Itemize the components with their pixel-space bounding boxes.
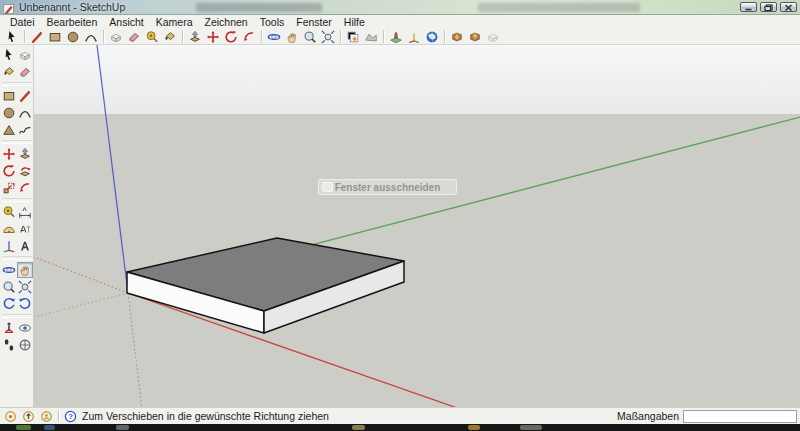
- text-tool-button[interactable]: [17, 221, 33, 237]
- walk-tool-button[interactable]: [1, 337, 17, 353]
- google-earth-tool-button[interactable]: [423, 29, 441, 44]
- offset-tool-button[interactable]: [240, 29, 258, 44]
- claim-credit-status-icon[interactable]: [21, 409, 35, 423]
- slab-model[interactable]: [127, 238, 404, 333]
- select-tool-button[interactable]: [3, 29, 21, 44]
- pan-tool-button[interactable]: [283, 29, 301, 44]
- menu-tools[interactable]: Tools: [254, 15, 291, 29]
- follow-me-tool-button[interactable]: [17, 163, 33, 179]
- tool-palette-separator: [2, 82, 32, 86]
- protractor-tool-button[interactable]: [1, 221, 17, 237]
- blue-axis-solid: [97, 45, 128, 293]
- scale-icon: [4, 183, 14, 193]
- toolbar-group: [387, 29, 441, 44]
- tape-measure-tool-button[interactable]: [1, 204, 17, 220]
- eraser-tool-button[interactable]: [17, 64, 33, 80]
- tape-measure-icon: [147, 31, 157, 41]
- offset-tool-button[interactable]: [17, 180, 33, 196]
- start-orb-icon: [16, 425, 31, 430]
- menu-fenster[interactable]: Fenster: [290, 15, 338, 29]
- zoom-extents-tool-button[interactable]: [319, 29, 337, 44]
- move-tool-button[interactable]: [204, 29, 222, 44]
- make-component-tool-button[interactable]: [107, 29, 125, 44]
- zoom-extents-tool-button[interactable]: [17, 279, 33, 295]
- circle-tool-button[interactable]: [1, 105, 17, 121]
- select-tool-button[interactable]: [1, 47, 17, 63]
- line-tool-button[interactable]: [28, 29, 46, 44]
- make-component-tool-button[interactable]: [17, 47, 33, 63]
- sketchup-logo-icon: [3, 1, 15, 13]
- circle-tool-button[interactable]: [64, 29, 82, 44]
- menu-kamera[interactable]: Kamera: [150, 15, 199, 29]
- toggle-terrain-tool-button[interactable]: [362, 29, 380, 44]
- add-location-tool-button[interactable]: [344, 29, 362, 44]
- look-around-tool-button[interactable]: [17, 320, 33, 336]
- make-component-icon: [112, 34, 121, 41]
- push-pull-tool-button[interactable]: [186, 29, 204, 44]
- blurred-title-text: [196, 3, 322, 12]
- photo-textures-tool-button[interactable]: [387, 29, 405, 44]
- measurements-input[interactable]: [683, 410, 797, 423]
- polygon-tool-button[interactable]: [1, 122, 17, 138]
- help-icon[interactable]: ?: [63, 409, 77, 423]
- toggle-terrain-icon: [366, 33, 377, 40]
- paint-bucket-tool-button[interactable]: [1, 64, 17, 80]
- measurements-label: Maßangaben: [617, 410, 679, 422]
- rectangle-tool-button[interactable]: [1, 88, 17, 104]
- next-tool-button[interactable]: [17, 296, 33, 312]
- axes-tool-button[interactable]: [1, 238, 17, 254]
- close-button[interactable]: [780, 2, 797, 12]
- paint-bucket-tool-button[interactable]: [161, 29, 179, 44]
- scale-tool-button[interactable]: [1, 180, 17, 196]
- model-scene[interactable]: [34, 45, 800, 407]
- rotate-tool-button[interactable]: [1, 163, 17, 179]
- ghost-tooltip-icon: [322, 182, 333, 192]
- zoom-tool-button[interactable]: [301, 29, 319, 44]
- pan-tool-button[interactable]: [17, 262, 33, 278]
- zoom-icon: [305, 32, 315, 42]
- arc-tool-button[interactable]: [17, 105, 33, 121]
- menu-bearbeiten[interactable]: Bearbeiten: [41, 15, 104, 29]
- text-icon: [20, 226, 30, 232]
- menu-ansicht[interactable]: Ansicht: [103, 15, 149, 29]
- arc-tool-button[interactable]: [82, 29, 100, 44]
- offset-icon: [244, 32, 253, 40]
- position-camera-tool-button[interactable]: [1, 320, 17, 336]
- zoom-tool-button[interactable]: [1, 279, 17, 295]
- menu-datei[interactable]: Datei: [4, 15, 41, 29]
- geo-location-status-icon[interactable]: [3, 409, 17, 423]
- move-tool-button[interactable]: [1, 146, 17, 162]
- rotate-tool-button[interactable]: [222, 29, 240, 44]
- menu-hilfe[interactable]: Hilfe: [338, 15, 371, 29]
- taskbar-icon: [352, 425, 365, 430]
- share-component-tool-button[interactable]: [484, 29, 502, 44]
- window-controls: [740, 2, 797, 12]
- arc-icon: [86, 35, 97, 41]
- orbit-tool-button[interactable]: [1, 262, 17, 278]
- toolbar-group: [28, 29, 100, 44]
- eraser-tool-button[interactable]: [125, 29, 143, 44]
- status-icons: [3, 409, 57, 423]
- taskbar-icon: [520, 425, 542, 430]
- model-axes-tool-button[interactable]: [405, 29, 423, 44]
- main-toolbar: [0, 29, 800, 45]
- menu-zeichnen[interactable]: Zeichnen: [199, 15, 254, 29]
- share-models-tool-button[interactable]: [466, 29, 484, 44]
- share-component-icon: [489, 34, 498, 41]
- sign-in-status-icon[interactable]: [39, 409, 53, 423]
- tape-measure-tool-button[interactable]: [143, 29, 161, 44]
- minimize-button[interactable]: [740, 2, 757, 12]
- rectangle-tool-button[interactable]: [46, 29, 64, 44]
- freehand-tool-button[interactable]: [17, 122, 33, 138]
- orbit-tool-button[interactable]: [265, 29, 283, 44]
- 3d-text-tool-button[interactable]: [17, 238, 33, 254]
- get-models-tool-button[interactable]: [448, 29, 466, 44]
- modeling-viewport[interactable]: Fenster ausschneiden: [34, 45, 800, 407]
- windows-taskbar-sliver: [0, 424, 800, 431]
- section-plane-tool-button[interactable]: [17, 337, 33, 353]
- line-tool-button[interactable]: [17, 88, 33, 104]
- push-pull-tool-button[interactable]: [17, 146, 33, 162]
- maximize-button[interactable]: [760, 2, 777, 12]
- previous-tool-button[interactable]: [1, 296, 17, 312]
- dimension-tool-button[interactable]: [17, 204, 33, 220]
